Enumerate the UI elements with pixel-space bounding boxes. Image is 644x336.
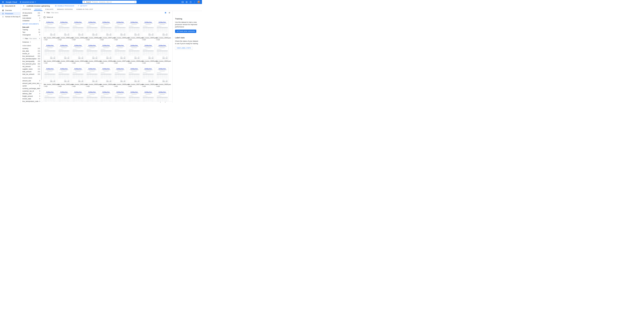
select-all-checkbox[interactable] (44, 16, 45, 18)
document-card[interactable]: McWilliam Piping International Piping Co… (58, 44, 70, 64)
document-card[interactable]: McWilliam Piping International Piping Co… (72, 44, 84, 64)
label-count-row[interactable]: line_item/purchase_order 0 (20, 103, 42, 103)
activity-button[interactable]: ACTIVITY (78, 5, 87, 7)
previous-page-icon[interactable] (160, 102, 161, 103)
document-card[interactable]: McWilliam Piping International Piping Co… (114, 44, 126, 64)
label-count-row[interactable]: total_tax_amount 101 (20, 73, 42, 75)
label-count-row[interactable]: line_item/amount 303 (20, 55, 42, 57)
label-count-row[interactable]: Unlabeled 0 (20, 19, 42, 22)
instances-dropdown[interactable]: Instances (20, 40, 42, 44)
label-count-row[interactable]: Training 51 (20, 28, 42, 31)
tab[interactable]: EVALUATE (44, 8, 55, 11)
document-card[interactable]: McWilliam Piping International Piping Co… (72, 67, 84, 87)
document-card[interactable]: McWilliam Piping International Piping Co… (156, 44, 168, 64)
document-card[interactable]: McWilliam Piping International Piping Co… (142, 44, 154, 64)
project-selector[interactable]: document-ai-test (20, 1, 36, 3)
document-card[interactable]: McWilliam Piping International Piping Co… (128, 90, 140, 103)
document-thumbnail: McWilliam Piping International Piping Co… (86, 20, 98, 36)
hamburger-menu-button[interactable] (1, 0, 5, 4)
filter-button-label[interactable]: Filter (46, 12, 50, 14)
add-filter-icon[interactable] (39, 38, 40, 39)
disable-processor-button[interactable]: DISABLE PROCESSOR (55, 5, 74, 7)
document-card[interactable]: McWilliam Piping International Piping Co… (114, 20, 126, 40)
document-card[interactable]: McWilliam Piping International Piping Co… (128, 44, 140, 64)
label-count-row[interactable]: carrier 0 (20, 85, 42, 87)
document-card[interactable]: McWilliam Piping International Piping Co… (100, 20, 112, 40)
filter-items-placeholder[interactable]: Filter items (51, 12, 58, 14)
avatar[interactable] (198, 1, 200, 3)
label-count-row[interactable]: Test 50 (20, 31, 42, 33)
label-count-row[interactable]: supplier_name 101 (20, 68, 42, 70)
label-count-row[interactable]: customer_tax_id 0 (20, 90, 42, 92)
help-button[interactable]: ? (190, 1, 192, 3)
document-card[interactable]: McWilliam Piping International Piping Co… (44, 90, 56, 103)
document-card[interactable]: McWilliam Piping International Piping Co… (72, 90, 84, 103)
document-card[interactable]: McWilliam Piping International Piping Co… (44, 20, 56, 40)
document-card[interactable]: McWilliam Piping International Piping Co… (114, 67, 126, 87)
tab[interactable]: OVERVIEW (20, 8, 33, 11)
sidebar-item-processors[interactable]: Processors (0, 12, 20, 15)
document-card[interactable]: McWilliam Piping International Piping Co… (142, 20, 154, 40)
list-view-icon[interactable] (168, 12, 170, 14)
tab[interactable]: DATASET (33, 8, 44, 11)
label-count-row[interactable]: Labeled 101 (20, 14, 42, 17)
uptrain-new-version-button[interactable]: UPTRAIN NEW VERSION (175, 30, 196, 33)
document-card[interactable]: McWilliam Piping International Piping Co… (44, 67, 56, 87)
document-card[interactable]: McWilliam Piping International Piping Co… (72, 20, 84, 40)
tab[interactable]: MANAGE VERSIONS (55, 8, 74, 11)
label-count-row[interactable]: line_item/unit_price 303 (20, 63, 42, 65)
tab[interactable]: HUMAN-IN-THE-LOOP (74, 8, 95, 11)
document-card[interactable]: McWilliam Piping International Piping Co… (86, 67, 98, 87)
label-count-row[interactable]: due_date 101 (20, 50, 42, 52)
next-page-icon[interactable] (164, 102, 166, 103)
search-bar[interactable]: Search Products, resources, docs (/) (82, 1, 136, 3)
label-filter-row[interactable]: Filter Filter labels (20, 37, 42, 40)
label-count-row[interactable]: invoice_id 101 (20, 52, 42, 55)
label-count-row[interactable]: invoice_date 0 (20, 98, 42, 100)
document-card[interactable]: McWilliam Piping International Piping Co… (100, 90, 112, 103)
label-count-row[interactable]: line_item/description 303 (20, 57, 42, 60)
view-label-stats-button[interactable]: VIEW LABEL STATS (175, 46, 193, 50)
document-card[interactable]: McWilliam Piping International Piping Co… (156, 20, 168, 40)
label-count-row[interactable]: delivery_date 0 (20, 92, 42, 95)
cloud-shell-button[interactable] (182, 1, 184, 3)
label-count-row[interactable]: Auto-labeled 0 (20, 17, 42, 19)
label-count-row[interactable]: freight_amount 0 (20, 95, 42, 98)
document-card[interactable]: McWilliam Piping International Piping Co… (128, 20, 140, 40)
label-count-row[interactable]: net_amount 101 (20, 65, 42, 68)
document-card[interactable]: McWilliam Piping International Piping Co… (58, 67, 70, 87)
sidebar-item-overview[interactable]: Overview (0, 9, 20, 12)
label-count-row[interactable]: amount_paid_since_last_i... 0 (20, 82, 42, 85)
label-count-row[interactable]: currency 101 (20, 47, 42, 50)
label-count-row[interactable]: All documents 101 (20, 12, 42, 14)
label-count-row[interactable]: Unassigned 0 (20, 33, 42, 36)
more-options-button[interactable]: ⋮ (194, 1, 196, 3)
document-card[interactable]: McWilliam Piping International Piping Co… (58, 20, 70, 40)
document-card[interactable]: McWilliam Piping International Piping Co… (156, 67, 168, 87)
import-documents-button[interactable]: IMPORT DOCUMENTS (20, 22, 40, 26)
filter-panel-scrollbar[interactable] (41, 37, 42, 80)
label-count-row[interactable]: amount_due 0 (20, 79, 42, 82)
document-card[interactable]: McWilliam Piping International Piping Co… (156, 90, 168, 103)
document-card[interactable]: McWilliam Piping International Piping Co… (100, 44, 112, 64)
google-cloud-logo[interactable]: Google Cloud (6, 1, 17, 3)
notifications-button[interactable] (186, 1, 188, 3)
label-count-row[interactable]: line_item/product_code 0 (20, 100, 42, 103)
back-button[interactable] (22, 4, 25, 7)
document-card[interactable]: McWilliam Piping International Piping Co… (86, 44, 98, 64)
document-card[interactable]: McWilliam Piping International Piping Co… (86, 90, 98, 103)
document-card[interactable]: McWilliam Piping International Piping Co… (142, 67, 154, 87)
document-card[interactable]: McWilliam Piping International Piping Co… (44, 44, 56, 64)
label-count-row[interactable]: line_item/quantity 293 (20, 60, 42, 63)
document-card[interactable]: McWilliam Piping International Piping Co… (114, 90, 126, 103)
document-card[interactable]: McWilliam Piping International Piping Co… (100, 67, 112, 87)
document-card[interactable]: McWilliam Piping International Piping Co… (58, 90, 70, 103)
label-count-row[interactable]: total_amount 101 (20, 70, 42, 73)
document-card[interactable]: McWilliam Piping International Piping Co… (86, 20, 98, 40)
label-count-row[interactable]: currency_exchange_rate 0 (20, 87, 42, 90)
grid-view-icon[interactable] (164, 12, 166, 14)
document-card[interactable]: McWilliam Piping International Piping Co… (142, 90, 154, 103)
document-card[interactable]: McWilliam Piping International Piping Co… (128, 67, 140, 87)
sidebar-item-human-in-the-loop[interactable]: Human-in-the-loop AI (0, 15, 20, 18)
invoice-company-name: McWilliam Piping (58, 91, 69, 93)
